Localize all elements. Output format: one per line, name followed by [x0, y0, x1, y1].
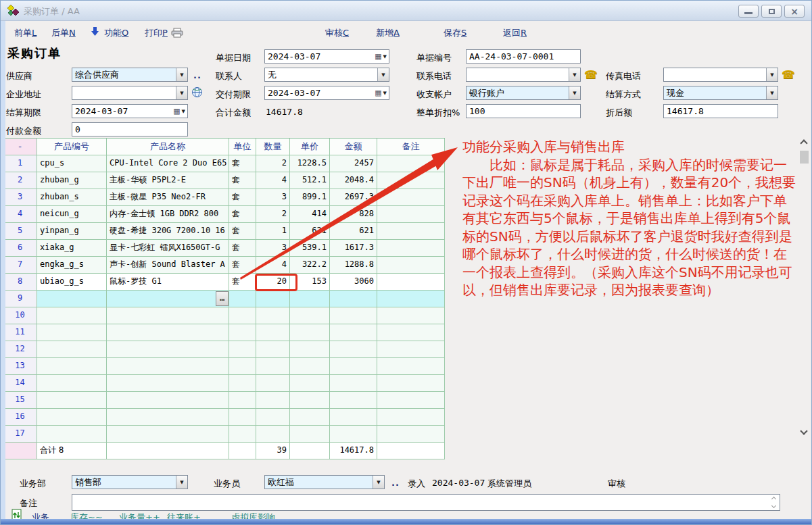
remark-input[interactable] — [72, 494, 780, 511]
remark-spinner[interactable] — [771, 496, 778, 509]
cell-amount[interactable]: 1617.3 — [330, 240, 377, 257]
scroll-down-icon[interactable] — [800, 427, 807, 434]
vertical-scrollbar[interactable] — [799, 139, 810, 436]
cell-product-code[interactable]: ubiao_g_s — [37, 274, 107, 291]
chevron-down-icon[interactable]: ▼ — [377, 68, 389, 81]
cell-product-code[interactable] — [37, 307, 107, 324]
cell-amount[interactable]: 621 — [330, 223, 377, 240]
cell-amount[interactable]: 1288.8 — [330, 257, 377, 274]
table-row-number[interactable]: 5 — [3, 223, 37, 240]
table-row-number[interactable]: 15 — [3, 392, 37, 409]
cell-unit-price[interactable]: 621 — [290, 223, 330, 240]
cell-unit-price[interactable] — [290, 426, 330, 443]
cell-quantity[interactable] — [256, 358, 290, 375]
cell-unit[interactable] — [229, 307, 256, 324]
cell-unit[interactable]: 套 — [229, 223, 256, 240]
cell-quantity[interactable]: 2 — [256, 155, 290, 172]
salesman-more-link[interactable]: .. — [391, 478, 400, 488]
cell-amount[interactable] — [330, 358, 377, 375]
cell-product-name[interactable] — [107, 324, 229, 341]
cell-unit-price[interactable]: 322.2 — [290, 257, 330, 274]
cell-product-code[interactable] — [37, 324, 107, 341]
cell-product-name[interactable] — [107, 375, 229, 392]
cell-amount[interactable]: 2457 — [330, 155, 377, 172]
cell-quantity[interactable]: 3 — [256, 240, 290, 257]
cell-product-name[interactable] — [107, 426, 229, 443]
cell-product-name[interactable]: 主板-华硕 P5PL2-E — [107, 172, 229, 189]
audit-button[interactable]: 审核C — [325, 27, 349, 39]
cell-note[interactable] — [377, 155, 445, 172]
cell-unit[interactable] — [229, 324, 256, 341]
table-row-number[interactable]: 7 — [3, 257, 37, 274]
settle-date-field[interactable]: 2024-03-07 ▦▼ — [72, 104, 188, 118]
cell-quantity[interactable] — [256, 409, 290, 426]
cell-note[interactable] — [377, 257, 445, 274]
cell-quantity[interactable] — [256, 375, 290, 392]
cell-quantity[interactable]: 1 — [256, 223, 290, 240]
cell-note[interactable] — [377, 206, 445, 223]
cell-product-code[interactable] — [37, 341, 107, 358]
cell-amount[interactable]: 2048.4 — [330, 172, 377, 189]
cell-product-name[interactable]: 主板-微星 P35 Neo2-FR — [107, 189, 229, 206]
cell-product-code[interactable]: cpu_s — [37, 155, 107, 172]
cell-unit[interactable] — [229, 426, 256, 443]
cell-note[interactable] — [377, 307, 445, 324]
chevron-down-icon[interactable]: ▼ — [176, 86, 187, 99]
cell-quantity[interactable]: 4 — [256, 172, 290, 189]
company-addr-combo[interactable]: ▼ — [72, 86, 188, 100]
cell-amount[interactable]: 828 — [330, 206, 377, 223]
cell-product-code[interactable]: neicun_g — [37, 206, 107, 223]
cell-unit-price[interactable]: 512.1 — [290, 172, 330, 189]
cell-product-code[interactable]: zhuban_g — [37, 172, 107, 189]
cell-product-code[interactable]: zhuban_s — [37, 189, 107, 206]
cell-unit-price[interactable] — [290, 358, 330, 375]
cell-product-name[interactable] — [107, 392, 229, 409]
cell-note[interactable] — [377, 409, 445, 426]
cell-unit-price[interactable] — [290, 392, 330, 409]
cell-product-code[interactable] — [37, 358, 107, 375]
table-row-number[interactable]: 2 — [3, 172, 37, 189]
cell-unit[interactable]: 套 — [229, 274, 256, 291]
cell-unit-price[interactable]: 414 — [290, 206, 330, 223]
table-row-number[interactable]: 14 — [3, 375, 37, 392]
cell-unit[interactable]: 套 — [229, 189, 256, 206]
add-new-button[interactable]: 新增A — [376, 27, 400, 39]
save-button[interactable]: 保存S — [444, 27, 467, 39]
cell-unit[interactable] — [229, 291, 256, 307]
table-row-number[interactable]: 17 — [3, 426, 37, 443]
cell-note[interactable] — [377, 274, 445, 291]
cell-quantity[interactable] — [256, 324, 290, 341]
cell-product-name[interactable]: 内存-金士顿 1GB DDR2 800 — [107, 206, 229, 223]
cell-product-code[interactable] — [37, 291, 107, 307]
cell-unit-price[interactable] — [290, 307, 330, 324]
function-menu-button[interactable]: 功能O — [104, 27, 128, 39]
prev-doc-button[interactable]: 前单L — [14, 27, 37, 39]
chevron-down-icon[interactable]: ▼ — [569, 86, 580, 99]
restore-button[interactable] — [761, 5, 782, 18]
printer-icon[interactable] — [171, 28, 183, 41]
table-row-number[interactable]: 11 — [3, 324, 37, 341]
chevron-down-icon[interactable]: ▼ — [766, 86, 778, 99]
cell-unit[interactable]: 套 — [229, 240, 256, 257]
cell-quantity[interactable] — [256, 392, 290, 409]
cell-unit-price[interactable] — [290, 409, 330, 426]
cell-quantity[interactable]: 2 — [256, 206, 290, 223]
cell-unit-price[interactable] — [290, 324, 330, 341]
scroll-up-icon[interactable] — [800, 139, 807, 147]
cell-note[interactable] — [377, 240, 445, 257]
payment-input[interactable]: 0 — [72, 122, 188, 136]
cell-product-name[interactable] — [107, 358, 229, 375]
cell-note[interactable] — [377, 291, 445, 307]
table-row-number[interactable]: 1 — [3, 155, 37, 172]
cell-amount[interactable] — [330, 324, 377, 341]
cell-note[interactable] — [377, 375, 445, 392]
cell-note[interactable] — [377, 223, 445, 240]
chevron-down-icon[interactable]: ▼ — [569, 68, 580, 81]
table-row-number[interactable]: 6 — [3, 240, 37, 257]
cell-unit[interactable] — [229, 392, 256, 409]
chevron-down-icon[interactable]: ▼ — [176, 68, 187, 81]
cell-unit-price[interactable] — [290, 341, 330, 358]
phone-icon[interactable]: ☎ — [584, 68, 598, 81]
cell-note[interactable] — [377, 358, 445, 375]
print-button[interactable]: 打印P — [145, 27, 168, 39]
